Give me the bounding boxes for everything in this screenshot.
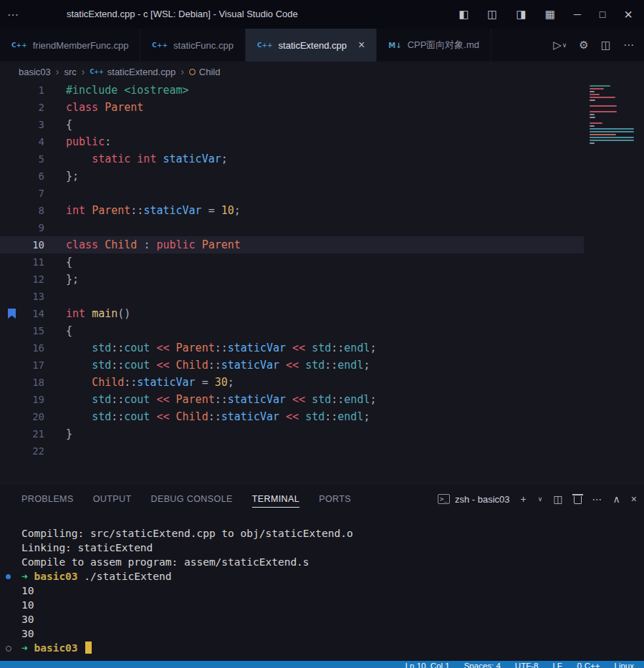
line-number[interactable]: 5 xyxy=(0,150,44,168)
code-line[interactable]: 13 xyxy=(0,288,584,305)
tab-friendmemberfunc-cpp[interactable]: C++friendMemberFunc.cpp xyxy=(0,29,140,62)
status-indentation[interactable]: Spaces: 4 xyxy=(464,662,501,668)
terminal-text: 10 xyxy=(21,584,34,598)
line-number[interactable]: 10 xyxy=(0,236,44,253)
line-number[interactable]: 19 xyxy=(0,391,44,408)
breadcrumb-item-child[interactable]: Child xyxy=(189,67,221,77)
code-line[interactable]: 20 std::cout << Child::staticVar << std:… xyxy=(0,408,584,425)
line-number[interactable]: 20 xyxy=(0,408,44,425)
terminal-segment: Compile to assem program: assem/staticEx… xyxy=(21,556,309,568)
code-text xyxy=(44,288,66,305)
panel-tab-problems[interactable]: PROBLEMS xyxy=(21,490,74,508)
tab-staticextend-cpp[interactable]: C++staticExtend.cpp× xyxy=(246,29,377,62)
code-line[interactable]: 21} xyxy=(0,425,584,442)
line-number[interactable]: 11 xyxy=(0,253,44,271)
run-button[interactable]: ▷ ∨ xyxy=(553,39,567,52)
code-line[interactable]: 15{ xyxy=(0,322,584,339)
line-number[interactable]: 1 xyxy=(0,82,44,99)
line-number[interactable]: 22 xyxy=(0,442,44,460)
tab-cpp-md[interactable]: M↓CPP面向对象.md xyxy=(377,29,491,62)
code-line[interactable]: 12}; xyxy=(0,271,584,288)
minimap-line xyxy=(590,134,616,135)
panel-tab-output[interactable]: OUTPUT xyxy=(93,490,132,508)
breadcrumb-item-basic03[interactable]: basic03 xyxy=(19,67,51,77)
code-line[interactable]: 14int main() xyxy=(0,305,584,322)
window-menu-icon[interactable]: ⋯ xyxy=(0,8,30,21)
code-line[interactable]: 1#include <iostream> xyxy=(0,82,584,99)
code-line[interactable]: 7 xyxy=(0,185,584,202)
tab-staticfunc-cpp[interactable]: C++staticFunc.cpp xyxy=(140,29,246,62)
line-number[interactable]: 15 xyxy=(0,322,44,339)
status-encoding[interactable]: UTF-8 xyxy=(515,662,539,668)
terminal-output[interactable]: Compiling: src/staticExtend.cpp to obj/s… xyxy=(0,515,644,655)
kill-terminal-icon[interactable] xyxy=(574,496,582,504)
layout-sidebar-left-icon[interactable]: ◧ xyxy=(458,8,468,21)
split-editor-icon[interactable]: ◫ xyxy=(601,39,611,52)
code-line[interactable]: 3{ xyxy=(0,116,584,133)
line-number[interactable]: 9 xyxy=(0,219,44,236)
split-terminal-icon[interactable]: ◫ xyxy=(553,493,562,505)
minimize-button[interactable]: ─ xyxy=(574,9,581,20)
panel-more-icon[interactable]: ⋯ xyxy=(592,493,602,505)
settings-gear-icon[interactable]: ⚙ xyxy=(579,39,588,52)
minimap[interactable] xyxy=(584,82,644,483)
maximize-panel-icon[interactable]: ∧ xyxy=(613,493,620,505)
status-cursor-position[interactable]: Ln 10, Col 1 xyxy=(405,662,450,668)
terminal-profile-dropdown-icon[interactable]: ∨ xyxy=(538,495,543,503)
status-eol[interactable]: LF xyxy=(552,662,562,668)
code-token xyxy=(66,393,92,406)
status-os[interactable]: Linux xyxy=(615,662,635,668)
line-number[interactable]: 12 xyxy=(0,271,44,288)
status-language-mode[interactable]: {} C++ xyxy=(577,662,600,668)
more-actions-icon[interactable]: ⋯ xyxy=(623,39,634,52)
code-line[interactable]: 10class Child : public Parent xyxy=(0,236,584,253)
editor[interactable]: 1#include <iostream>2class Parent3{4publ… xyxy=(0,82,644,483)
minimap-line xyxy=(590,111,617,112)
line-number[interactable]: 16 xyxy=(0,339,44,357)
layout-sidebar-right-icon[interactable]: ◨ xyxy=(516,8,527,21)
code-line[interactable]: 16 std::cout << Parent::staticVar << std… xyxy=(0,339,584,357)
layout-panel-icon[interactable]: ◫ xyxy=(487,8,497,21)
tab-close-icon[interactable]: × xyxy=(358,39,365,52)
code-line[interactable]: 19 std::cout << Parent::staticVar << std… xyxy=(0,391,584,408)
line-number[interactable]: 21 xyxy=(0,425,44,442)
line-number[interactable]: 7 xyxy=(0,185,44,202)
code-line[interactable]: 6}; xyxy=(0,168,584,185)
line-number[interactable]: 6 xyxy=(0,168,44,185)
line-number[interactable]: 13 xyxy=(0,288,44,305)
code-line[interactable]: 9 xyxy=(0,219,584,236)
tab-label: staticExtend.cpp xyxy=(279,40,347,51)
panel-tab-terminal[interactable]: TERMINAL xyxy=(252,490,299,508)
code-line[interactable]: 4public: xyxy=(0,133,584,150)
code-token: std xyxy=(92,410,111,423)
maximize-button[interactable]: □ xyxy=(600,9,605,20)
terminal-instance[interactable]: >_ zsh - basic03 xyxy=(438,494,509,505)
code-line[interactable]: 8int Parent::staticVar = 10; xyxy=(0,202,584,219)
close-panel-icon[interactable]: × xyxy=(631,493,637,505)
terminal-text: 30 xyxy=(21,612,34,626)
line-number[interactable]: 4 xyxy=(0,133,44,150)
breadcrumb-item-src[interactable]: src xyxy=(64,67,76,77)
code-token: std xyxy=(312,342,331,354)
line-number[interactable]: 17 xyxy=(0,357,44,374)
line-number[interactable]: 3 xyxy=(0,116,44,133)
code-line[interactable]: 22 xyxy=(0,442,584,460)
customize-layout-icon[interactable]: ▦ xyxy=(545,8,555,21)
code-line[interactable]: 2class Parent xyxy=(0,99,584,116)
line-number[interactable]: 2 xyxy=(0,99,44,116)
code-line[interactable]: 11{ xyxy=(0,253,584,271)
code-token xyxy=(85,204,92,217)
code-text: std::cout << Parent::staticVar << std::e… xyxy=(44,391,377,408)
code-line[interactable]: 17 std::cout << Child::staticVar << std:… xyxy=(0,357,584,374)
new-terminal-icon[interactable]: + xyxy=(521,493,527,505)
line-number[interactable]: 14 xyxy=(0,305,44,322)
code-line[interactable]: 5 static int staticVar; xyxy=(0,150,584,168)
close-window-button[interactable]: × xyxy=(624,6,633,23)
line-number[interactable]: 18 xyxy=(0,374,44,391)
code-line[interactable]: 18 Child::staticVar = 30; xyxy=(0,374,584,391)
panel-tab-ports[interactable]: PORTS xyxy=(319,490,351,508)
line-number[interactable]: 8 xyxy=(0,202,44,219)
code-token: int xyxy=(66,307,85,320)
panel-tab-debug-console[interactable]: DEBUG CONSOLE xyxy=(150,490,232,508)
breadcrumb-item-staticextend-cpp[interactable]: C++staticExtend.cpp xyxy=(90,67,176,77)
